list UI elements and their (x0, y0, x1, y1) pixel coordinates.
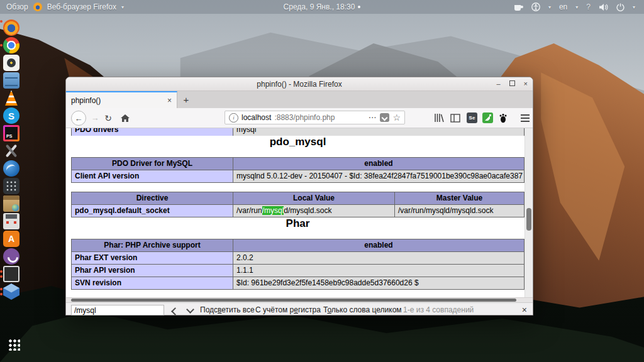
running-indicator (0, 270, 3, 273)
dock-item-firefox[interactable] (3, 19, 20, 36)
find-previous-button[interactable] (168, 305, 182, 315)
dock-item-phpstorm[interactable]: PS (3, 124, 20, 142)
cell-value: mysql (233, 128, 525, 136)
dock: S PS A (3, 19, 24, 300)
camera-app-icon (3, 55, 19, 71)
table-row: pdo_mysql.default_socket /var/run/mysqld… (72, 205, 525, 217)
horizontal-scrollbar-thumb[interactable] (71, 299, 516, 302)
forward-button[interactable]: → (90, 108, 100, 128)
page-actions-icon[interactable]: ··· (369, 114, 377, 121)
find-next-button[interactable] (183, 305, 197, 315)
activities-button[interactable]: Обзор (6, 3, 28, 11)
selenium-ide-icon[interactable]: Se (467, 112, 477, 123)
find-match-highlight: /mysql (262, 206, 284, 215)
reload-button[interactable]: ↻ (103, 108, 114, 128)
maximize-button[interactable] (509, 80, 515, 87)
cell-local-value: /var/run/mysqld/mysqld.sock (233, 205, 395, 217)
dock-item-camera[interactable] (3, 54, 20, 72)
chevron-down-icon: ▾ (575, 4, 578, 10)
horizontal-scrollbar[interactable] (66, 297, 533, 302)
home-button[interactable] (119, 108, 131, 128)
notification-dot (358, 6, 360, 8)
new-tab-button[interactable]: + (177, 91, 195, 108)
url-bar[interactable]: i localhost :8883/phpinfo.php ··· ☆ (225, 111, 405, 124)
app-menu-button[interactable]: Веб-браузер Firefox (47, 3, 116, 11)
dock-item-calculator[interactable] (3, 177, 20, 195)
firefox-icon (3, 19, 19, 36)
clock[interactable]: Среда, 9 Янв., 18:30 (284, 3, 355, 11)
cell-label: SVN revision (72, 277, 233, 290)
katalon-recorder-icon[interactable] (482, 112, 493, 123)
menu-hamburger-icon[interactable] (519, 112, 530, 123)
window-title: phpinfo() - Mozilla Firefox (257, 80, 341, 89)
gnome-top-bar: Обзор Веб-браузер Firefox ▾ Среда, 9 Янв… (0, 0, 644, 14)
partial-row: PDO drivers mysql (71, 128, 525, 136)
window-titlebar[interactable]: phpinfo() - Mozilla Firefox – × (66, 77, 533, 91)
anydesk-glyph: A (8, 234, 14, 244)
cell-label: Phar EXT version (72, 252, 233, 265)
dock-item-terminal[interactable] (3, 265, 20, 283)
dock-item-tools[interactable] (3, 142, 20, 160)
power-icon[interactable] (616, 3, 625, 11)
minimize-button[interactable]: – (496, 80, 500, 87)
tab-phpinfo[interactable]: phpinfo() × (66, 91, 177, 108)
help-indicator[interactable]: ? (586, 3, 591, 11)
vertical-scrollbar-thumb[interactable] (526, 208, 531, 231)
highlight-all-toggle[interactable]: Подсветить все (200, 305, 255, 314)
running-indicator (0, 20, 3, 23)
section-title-phar: Phar (71, 217, 525, 230)
running-indicator (0, 293, 3, 295)
find-input[interactable] (71, 305, 164, 315)
chevron-down-icon: ▾ (548, 4, 551, 10)
tab-close-icon[interactable]: × (167, 96, 172, 105)
dock-item-file-manager[interactable] (3, 72, 20, 89)
chevron-down-icon: ▾ (121, 4, 124, 10)
url-path: :8883/phpinfo.php (274, 113, 365, 122)
dock-item-printer[interactable] (3, 212, 20, 230)
printer-icon (3, 213, 19, 229)
label-accesskey: е (294, 305, 298, 314)
back-button[interactable]: ← (71, 111, 86, 126)
pocket-icon[interactable] (380, 113, 389, 122)
header-cell: Directive (72, 192, 233, 205)
cell-value: 2.0.2 (233, 252, 525, 265)
cell-value: 1.1.1 (233, 265, 525, 277)
header-cell: Local Value (233, 192, 395, 205)
section-title-pdo-mysql: pdo_mysql (71, 136, 525, 148)
viber-icon (3, 248, 19, 265)
chevron-up-icon (171, 307, 179, 315)
dock-item-thunderbird[interactable] (3, 160, 20, 177)
dock-item-viber[interactable] (3, 248, 20, 265)
value-text: /var/run (236, 206, 262, 215)
bookmark-star-icon[interactable]: ☆ (392, 112, 401, 123)
running-indicator (0, 275, 3, 278)
table-row: PDO Driver for MySQL enabled (72, 158, 525, 170)
dock-item-virtualbox[interactable] (3, 283, 20, 300)
vertical-scrollbar[interactable] (525, 128, 533, 297)
footprint-extension-icon[interactable] (498, 112, 509, 123)
caffeine-cup-icon[interactable] (514, 3, 523, 11)
keyboard-layout-indicator[interactable]: en (559, 3, 567, 11)
volume-icon[interactable] (599, 3, 608, 11)
match-case-toggle[interactable]: С учётом регистра (255, 305, 321, 314)
whole-words-toggle[interactable]: Только слова целиком (323, 305, 402, 314)
close-button[interactable]: × (524, 80, 528, 87)
header-cell: Master Value (395, 192, 525, 205)
site-info-icon[interactable]: i (229, 113, 238, 123)
dock-item-skype[interactable]: S (3, 107, 20, 124)
dock-item-anydesk[interactable]: A (3, 230, 20, 248)
dock-item-vlc[interactable] (3, 89, 20, 107)
dock-item-chrome[interactable] (3, 36, 20, 54)
cell-value: $Id: 961be29fd3e2f5fe1458eb9c98adde5d376… (233, 277, 525, 290)
show-applications-button[interactable] (8, 338, 20, 351)
sidebar-toggle-icon[interactable] (450, 112, 460, 123)
terminal-icon (3, 266, 19, 282)
find-close-icon[interactable]: × (522, 305, 527, 315)
dock-item-package-manager[interactable] (3, 195, 20, 212)
running-indicator (0, 44, 3, 47)
library-icon[interactable] (433, 112, 444, 123)
cell-label: Client API version (72, 170, 233, 183)
cell-label: Phar API version (72, 265, 233, 277)
find-bar: Подсветить все С учётом регистра Только … (66, 302, 533, 315)
accessibility-icon[interactable] (531, 3, 540, 11)
